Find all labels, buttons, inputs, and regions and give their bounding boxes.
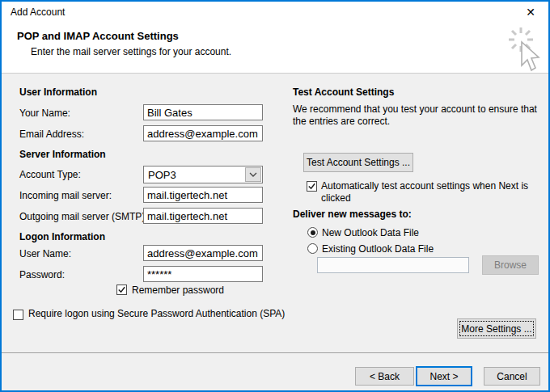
user-name-input[interactable] — [143, 245, 263, 261]
cancel-button-label: Cancel — [497, 371, 527, 382]
auto-test-label[interactable]: Automatically test account settings when… — [321, 180, 533, 204]
existing-data-file-label[interactable]: Existing Outlook Data File — [322, 243, 434, 255]
auto-test-checkbox[interactable] — [307, 181, 317, 192]
account-type-value: POP3 — [144, 169, 245, 181]
back-button[interactable]: < Back — [355, 367, 414, 386]
page-subtitle: Enter the mail server settings for your … — [31, 46, 231, 57]
user-info-heading: User Information — [19, 86, 97, 98]
close-icon: ✕ — [526, 6, 535, 19]
title-bar: Add Account ✕ — [2, 2, 548, 23]
email-address-label: Email Address: — [19, 129, 84, 140]
incoming-server-label: Incoming mail server: — [19, 190, 112, 201]
user-name-label: User Name: — [19, 248, 71, 259]
browse-button: Browse — [482, 255, 539, 275]
remember-password-checkbox[interactable] — [116, 285, 127, 295]
outgoing-server-input[interactable] — [143, 208, 263, 224]
outgoing-server-label: Outgoing mail server (SMTP): — [19, 211, 148, 222]
account-type-label: Account Type: — [19, 169, 81, 180]
email-address-input[interactable] — [143, 125, 263, 141]
back-button-label: < Back — [370, 371, 400, 382]
check-icon — [307, 182, 316, 191]
test-account-settings-button[interactable]: Test Account Settings ... — [303, 153, 413, 172]
window-title: Add Account — [11, 6, 65, 18]
footer-separator — [2, 352, 548, 353]
password-input[interactable] — [143, 266, 263, 282]
your-name-input[interactable] — [143, 104, 263, 120]
server-info-heading: Server Information — [19, 149, 106, 160]
next-button[interactable]: Next > — [416, 366, 472, 386]
new-data-file-label[interactable]: New Outlook Data File — [322, 227, 419, 238]
your-name-label: Your Name: — [19, 107, 70, 119]
close-button[interactable]: ✕ — [513, 2, 548, 23]
add-account-dialog: Add Account ✕ POP and IMAP Account Setti… — [0, 0, 550, 392]
cancel-button[interactable]: Cancel — [484, 367, 540, 386]
remember-password-label[interactable]: Remember password — [132, 285, 224, 296]
page-title: POP and IMAP Account Settings — [17, 30, 179, 42]
browse-button-label: Browse — [494, 259, 527, 271]
radio-dot-icon — [311, 230, 315, 235]
busy-cursor-icon — [507, 26, 543, 73]
wizard-banner: POP and IMAP Account Settings Enter the … — [2, 23, 548, 74]
password-label: Password: — [19, 269, 65, 280]
chevron-down-icon[interactable] — [245, 167, 261, 182]
incoming-server-input[interactable] — [143, 187, 263, 203]
more-settings-button[interactable]: More Settings ... — [457, 318, 536, 339]
account-type-select[interactable]: POP3 — [143, 166, 263, 183]
test-account-settings-button-label: Test Account Settings ... — [307, 157, 410, 168]
deliver-heading: Deliver new messages to: — [293, 209, 412, 220]
spa-checkbox[interactable] — [13, 310, 23, 320]
spa-label[interactable]: Require logon using Secure Password Auth… — [28, 308, 310, 320]
logon-info-heading: Logon Information — [19, 231, 105, 242]
existing-data-file-radio[interactable] — [307, 243, 318, 254]
check-icon — [117, 285, 126, 294]
new-data-file-radio[interactable] — [307, 227, 318, 238]
next-button-label: Next > — [429, 371, 458, 382]
test-settings-description: We recommend that you test your account … — [293, 103, 545, 128]
data-file-path-input — [317, 257, 469, 273]
more-settings-button-label: More Settings ... — [461, 323, 531, 335]
test-settings-heading: Test Account Settings — [293, 86, 394, 98]
